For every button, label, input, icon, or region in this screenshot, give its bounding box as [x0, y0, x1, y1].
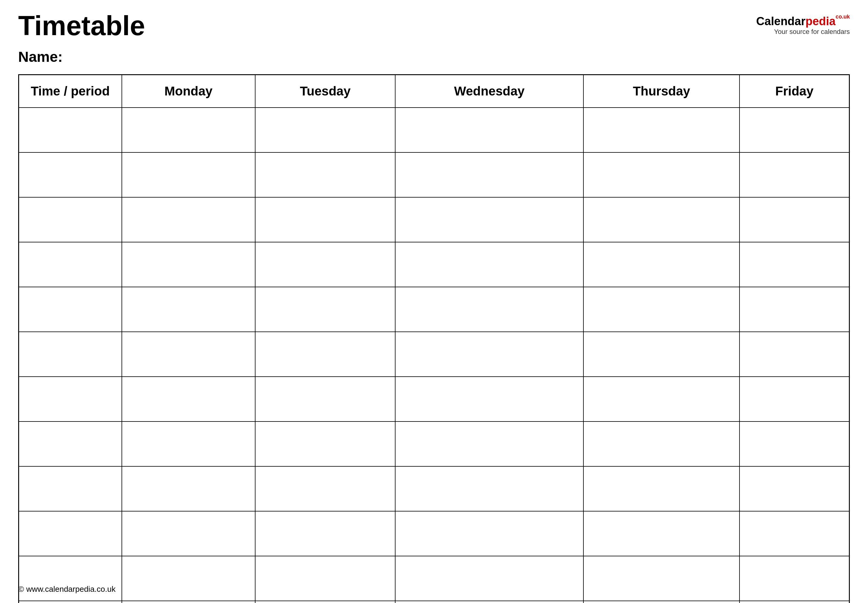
table-cell[interactable]	[583, 287, 740, 332]
table-cell[interactable]	[583, 197, 740, 242]
table-cell[interactable]	[255, 422, 395, 466]
table-cell[interactable]	[395, 108, 583, 152]
table-cell[interactable]	[19, 108, 122, 152]
table-cell[interactable]	[122, 422, 255, 466]
table-cell[interactable]	[19, 601, 122, 603]
table-cell[interactable]	[395, 377, 583, 422]
table-row	[19, 422, 849, 466]
table-header-row: Time / period Monday Tuesday Wednesday T…	[19, 75, 849, 108]
table-cell[interactable]	[583, 601, 740, 603]
logo-tagline: Your source for calendars	[774, 28, 850, 36]
table-cell[interactable]	[740, 511, 849, 556]
table-cell[interactable]	[255, 601, 395, 603]
table-cell[interactable]	[740, 332, 849, 377]
table-cell[interactable]	[395, 242, 583, 287]
table-cell[interactable]	[255, 377, 395, 422]
table-cell[interactable]	[395, 422, 583, 466]
table-cell[interactable]	[19, 152, 122, 197]
table-cell[interactable]	[255, 556, 395, 601]
table-cell[interactable]	[740, 197, 849, 242]
table-cell[interactable]	[395, 152, 583, 197]
table-cell[interactable]	[395, 601, 583, 603]
table-row	[19, 287, 849, 332]
table-cell[interactable]	[395, 511, 583, 556]
table-cell[interactable]	[740, 108, 849, 152]
table-row	[19, 556, 849, 601]
table-cell[interactable]	[395, 197, 583, 242]
timetable: Time / period Monday Tuesday Wednesday T…	[18, 74, 850, 603]
table-cell[interactable]	[583, 108, 740, 152]
table-row	[19, 377, 849, 422]
logo: Calendarpediaco.uk Your source for calen…	[756, 15, 850, 36]
table-cell[interactable]	[122, 287, 255, 332]
table-cell[interactable]	[255, 511, 395, 556]
table-cell[interactable]	[740, 422, 849, 466]
table-cell[interactable]	[255, 242, 395, 287]
table-cell[interactable]	[740, 601, 849, 603]
table-row	[19, 197, 849, 242]
table-row	[19, 108, 849, 152]
table-cell[interactable]	[122, 466, 255, 511]
table-cell[interactable]	[122, 332, 255, 377]
table-cell[interactable]	[395, 287, 583, 332]
table-cell[interactable]	[255, 332, 395, 377]
table-cell[interactable]	[19, 422, 122, 466]
logo-pedia: pediaco.uk	[806, 15, 850, 28]
table-cell[interactable]	[255, 466, 395, 511]
table-cell[interactable]	[740, 377, 849, 422]
table-cell[interactable]	[583, 332, 740, 377]
page-header: Timetable Calendarpediaco.uk Your source…	[18, 12, 850, 39]
table-cell[interactable]	[395, 466, 583, 511]
table-cell[interactable]	[583, 556, 740, 601]
col-friday: Friday	[740, 75, 849, 108]
table-cell[interactable]	[122, 242, 255, 287]
table-cell[interactable]	[583, 466, 740, 511]
col-thursday: Thursday	[583, 75, 740, 108]
table-cell[interactable]	[740, 287, 849, 332]
table-row	[19, 242, 849, 287]
table-row	[19, 511, 849, 556]
table-cell[interactable]	[122, 556, 255, 601]
table-cell[interactable]	[740, 466, 849, 511]
table-cell[interactable]	[583, 242, 740, 287]
table-cell[interactable]	[19, 556, 122, 601]
table-cell[interactable]	[583, 152, 740, 197]
table-cell[interactable]	[255, 152, 395, 197]
table-cell[interactable]	[122, 377, 255, 422]
logo-couk: co.uk	[836, 14, 850, 20]
table-cell[interactable]	[740, 556, 849, 601]
table-cell[interactable]	[740, 152, 849, 197]
table-cell[interactable]	[122, 197, 255, 242]
table-cell[interactable]	[740, 242, 849, 287]
table-cell[interactable]	[583, 511, 740, 556]
table-cell[interactable]	[255, 197, 395, 242]
col-monday: Monday	[122, 75, 255, 108]
table-cell[interactable]	[19, 197, 122, 242]
table-cell[interactable]	[583, 422, 740, 466]
table-cell[interactable]	[395, 556, 583, 601]
table-cell[interactable]	[19, 511, 122, 556]
table-cell[interactable]	[122, 108, 255, 152]
table-cell[interactable]	[19, 242, 122, 287]
logo-calendar: Calendar	[756, 15, 806, 28]
table-cell[interactable]	[122, 152, 255, 197]
table-row	[19, 601, 849, 603]
table-cell[interactable]	[122, 511, 255, 556]
table-cell[interactable]	[19, 466, 122, 511]
footer-url: © www.calendarpedia.co.uk	[18, 584, 116, 594]
col-tuesday: Tuesday	[255, 75, 395, 108]
name-label: Name:	[18, 48, 850, 65]
table-cell[interactable]	[19, 377, 122, 422]
table-row	[19, 332, 849, 377]
table-row	[19, 152, 849, 197]
table-row	[19, 466, 849, 511]
table-cell[interactable]	[19, 332, 122, 377]
table-cell[interactable]	[255, 287, 395, 332]
table-cell[interactable]	[255, 108, 395, 152]
table-cell[interactable]	[122, 601, 255, 603]
table-cell[interactable]	[395, 332, 583, 377]
col-time: Time / period	[19, 75, 122, 108]
page-title: Timetable	[18, 12, 145, 39]
table-cell[interactable]	[19, 287, 122, 332]
table-cell[interactable]	[583, 377, 740, 422]
